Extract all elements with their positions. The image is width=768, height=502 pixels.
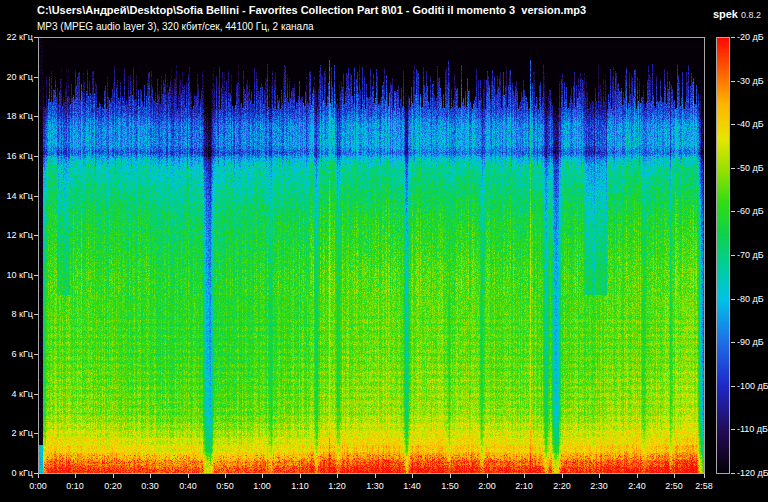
time-tick [337,474,338,478]
freq-tick [34,354,38,355]
level-tick-label: -90 дБ [737,337,764,347]
time-tick-label: 1:00 [253,481,271,491]
time-tick-label: 0:40 [179,481,197,491]
time-tick [225,474,226,478]
level-tick [731,386,735,387]
level-tick [731,299,735,300]
level-tick [731,37,735,38]
freq-tick-label: 8 кГц [0,309,33,319]
level-tick-label: -100 дБ [737,381,768,391]
colorbar-canvas [717,38,729,473]
freq-tick [34,196,38,197]
time-tick [113,474,114,478]
level-tick-label: -50 дБ [737,163,764,173]
freq-tick-label: 4 кГц [0,389,33,399]
time-tick [674,474,675,478]
level-tick [731,211,735,212]
time-tick [450,474,451,478]
freq-tick-label: 20 кГц [0,72,33,82]
time-tick [188,474,189,478]
level-tick [731,255,735,256]
freq-tick-label: 22 кГц [0,32,33,42]
time-tick [562,474,563,478]
level-tick-label: -110 дБ [737,424,768,434]
level-tick [731,124,735,125]
freq-tick [34,394,38,395]
time-tick-label: 0:20 [104,481,122,491]
level-tick [731,473,735,474]
time-tick-label: 0:30 [141,481,159,491]
app-name: spek [713,8,738,20]
level-tick-label: -20 дБ [737,32,764,42]
level-tick-label: -120 дБ [737,468,768,478]
time-tick-label: 0:10 [66,481,84,491]
time-tick [38,474,39,478]
app-version: 0.8.2 [741,10,761,20]
freq-tick [34,156,38,157]
freq-tick [34,37,38,38]
time-tick [524,474,525,478]
freq-tick-label: 14 кГц [0,191,33,201]
time-tick-label: 1:20 [328,481,346,491]
spectrogram-plot [38,37,705,474]
freq-tick [34,275,38,276]
time-tick [75,474,76,478]
time-tick [262,474,263,478]
time-tick-label: 1:50 [441,481,459,491]
freq-tick [34,433,38,434]
freq-tick-label: 10 кГц [0,270,33,280]
time-tick-label: 2:30 [590,481,608,491]
level-tick [731,81,735,82]
level-colorbar [716,37,730,474]
level-tick-label: -70 дБ [737,250,764,260]
time-tick-label: 2:20 [553,481,571,491]
level-tick-label: -30 дБ [737,76,764,86]
level-tick-label: -80 дБ [737,294,764,304]
time-tick-label: 1:40 [403,481,421,491]
time-tick-label: 2:40 [628,481,646,491]
stream-info: MP3 (MPEG audio layer 3), 320 кбит/сек, … [37,21,314,32]
time-tick [300,474,301,478]
time-tick [412,474,413,478]
time-tick-label: 1:10 [291,481,309,491]
spek-window: C:\Users\Андрей\Desktop\Sofia Bellini - … [0,0,768,502]
freq-tick-label: 16 кГц [0,151,33,161]
freq-tick-label: 2 кГц [0,428,33,438]
time-tick-label: 2:50 [665,481,683,491]
time-tick-label: 2:10 [515,481,533,491]
file-path: C:\Users\Андрей\Desktop\Sofia Bellini - … [37,4,586,16]
level-tick-label: -40 дБ [737,119,764,129]
time-tick [704,474,705,478]
freq-tick [34,235,38,236]
time-tick [599,474,600,478]
freq-tick-label: 18 кГц [0,111,33,121]
spectrogram-canvas [39,38,704,473]
freq-tick [34,314,38,315]
level-tick [731,342,735,343]
level-tick [731,168,735,169]
app-title: spek0.8.2 [713,4,761,22]
freq-tick-label: 6 кГц [0,349,33,359]
time-tick-label: 0:00 [29,481,47,491]
level-tick-label: -60 дБ [737,206,764,216]
time-tick-label: 2:00 [478,481,496,491]
time-tick-label: 1:30 [366,481,384,491]
freq-tick-label: 12 кГц [0,230,33,240]
freq-tick-label: 0 кГц [0,468,33,478]
freq-tick [34,77,38,78]
time-tick-label: 0:50 [216,481,234,491]
time-tick [375,474,376,478]
time-tick-label: 2:58 [695,481,713,491]
time-tick [150,474,151,478]
time-tick [637,474,638,478]
freq-tick [34,116,38,117]
time-tick [487,474,488,478]
level-tick [731,429,735,430]
